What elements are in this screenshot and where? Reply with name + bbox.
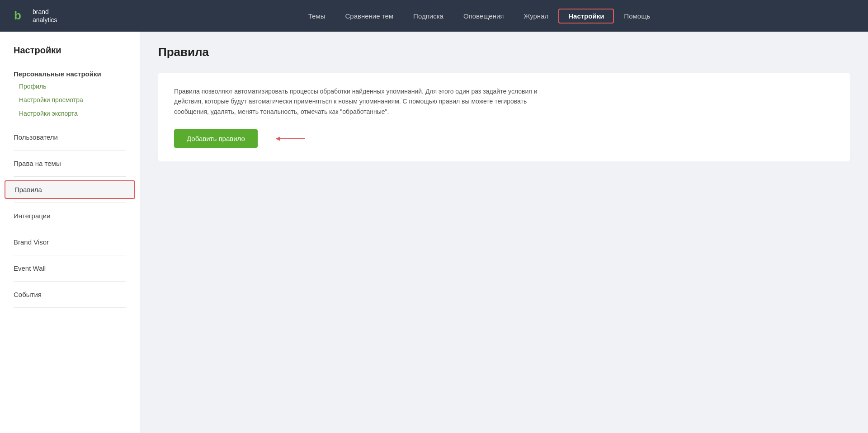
nav-item-subscription[interactable]: Подписка — [403, 9, 453, 24]
sidebar-divider-2 — [14, 150, 126, 151]
sidebar-item-event-wall[interactable]: Event Wall — [0, 259, 140, 278]
arrow-icon — [271, 133, 307, 144]
sidebar-divider-8 — [14, 307, 126, 308]
add-rule-button[interactable]: Добавить правило — [174, 129, 258, 148]
sidebar-item-export-settings[interactable]: Настройки экспорта — [0, 107, 140, 120]
sidebar-title: Настройки — [0, 45, 140, 65]
sidebar-divider-6 — [14, 255, 126, 255]
logo-text: brand analytics — [33, 8, 57, 24]
add-rule-row: Добавить правило — [174, 129, 834, 148]
sidebar-divider-7 — [14, 281, 126, 282]
page-wrapper: Настройки Персональные настройки Профиль… — [0, 0, 868, 433]
nav-item-settings[interactable]: Настройки — [558, 9, 614, 24]
rules-description: Правила позволяют автоматизировать проце… — [174, 86, 563, 117]
sidebar-item-rules[interactable]: Правила — [5, 180, 135, 199]
sidebar-item-profile[interactable]: Профиль — [0, 80, 140, 93]
main-content: Правила Правила позволяют автоматизирова… — [140, 32, 868, 433]
content-card: Правила позволяют автоматизировать проце… — [158, 73, 850, 161]
logo-area: b brand analytics — [11, 7, 101, 24]
brand-analytics-logo-icon: b — [11, 7, 28, 24]
main-nav: Темы Сравнение тем Подписка Оповещения Ж… — [101, 9, 857, 24]
nav-item-notifications[interactable]: Оповещения — [453, 9, 514, 24]
sidebar-item-view-settings[interactable]: Настройки просмотра — [0, 93, 140, 107]
sidebar-divider-5 — [14, 229, 126, 229]
sidebar-item-brand-visor[interactable]: Brand Visor — [0, 233, 140, 251]
sidebar: Настройки Персональные настройки Профиль… — [0, 32, 140, 433]
svg-marker-3 — [276, 136, 280, 141]
header: b brand analytics Темы Сравнение тем Под… — [0, 0, 868, 32]
sidebar-section-personal: Персональные настройки — [0, 65, 140, 80]
sidebar-divider-3 — [14, 176, 126, 177]
svg-text:b: b — [14, 9, 21, 22]
nav-item-compare[interactable]: Сравнение тем — [335, 9, 403, 24]
sidebar-item-integrations[interactable]: Интеграции — [0, 207, 140, 225]
nav-item-journal[interactable]: Журнал — [514, 9, 558, 24]
sidebar-item-users[interactable]: Пользователи — [0, 128, 140, 146]
sidebar-item-events[interactable]: События — [0, 285, 140, 304]
sidebar-divider-4 — [14, 202, 126, 203]
nav-item-topics[interactable]: Темы — [298, 9, 335, 24]
arrow-indicator — [271, 133, 307, 144]
page-title: Правила — [158, 45, 850, 59]
sidebar-item-topic-rights[interactable]: Права на темы — [0, 154, 140, 173]
nav-item-help[interactable]: Помощь — [614, 9, 660, 24]
sidebar-divider-1 — [14, 124, 126, 124]
